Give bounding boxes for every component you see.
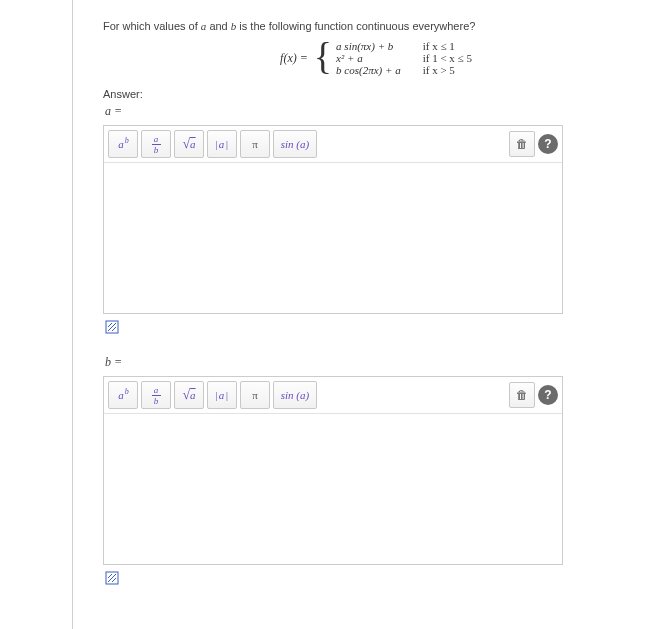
fraction-button[interactable]: a b [141,130,171,158]
abs-button[interactable]: |a| [207,381,237,409]
question-prefix: For which values of [103,20,201,32]
case-cond-2: if x > 5 [423,64,455,76]
sqrt-button[interactable]: √a [174,381,204,409]
sin-button[interactable]: sin (a) [273,381,317,409]
toolbar-b: ab a b √a |a| π sin (a) [104,377,562,414]
question-mid: and [206,20,230,32]
equation: f(x) = { a sin(πx) + b if x ≤ 1 x² + a i… [103,40,659,76]
power-button[interactable]: ab [108,130,138,158]
input-a[interactable] [104,163,562,313]
question-suffix: is the following function continuous eve… [236,20,475,32]
sin-button[interactable]: sin (a) [273,130,317,158]
case-expr-0: a sin(πx) + b [336,40,393,52]
editor-b: ab a b √a |a| π sin (a) [103,376,563,565]
sqrt-button[interactable]: √a [174,130,204,158]
help-icon: ? [544,388,551,402]
case-cond-0: if x ≤ 1 [423,40,455,52]
resize-handle-icon[interactable] [105,571,119,585]
editor-a: ab a b √a |a| π sin (a) [103,125,563,314]
power-button[interactable]: ab [108,381,138,409]
toolbar-a: ab a b √a |a| π sin (a) [104,126,562,163]
trash-button[interactable]: 🗑 [509,131,535,157]
help-button[interactable]: ? [538,385,558,405]
trash-icon: 🗑 [516,388,528,402]
question-text: For which values of a and b is the follo… [103,20,659,32]
case-expr-1: x² + a [336,52,363,64]
part-b-label: b = [105,355,659,370]
part-a-label: a = [105,104,659,119]
help-button[interactable]: ? [538,134,558,154]
equation-cases: a sin(πx) + b if x ≤ 1 x² + a if 1 < x ≤… [336,40,482,76]
abs-button[interactable]: |a| [207,130,237,158]
pi-button[interactable]: π [240,381,270,409]
case-cond-1: if 1 < x ≤ 5 [423,52,472,64]
trash-icon: 🗑 [516,137,528,151]
help-icon: ? [544,137,551,151]
fraction-button[interactable]: a b [141,381,171,409]
question-panel: For which values of a and b is the follo… [72,0,659,629]
case-expr-2: b cos(2πx) + a [336,64,401,76]
equation-lhs: f(x) = [280,51,308,66]
answer-label: Answer: [103,88,659,100]
trash-button[interactable]: 🗑 [509,382,535,408]
brace-icon: { [314,40,332,72]
pi-button[interactable]: π [240,130,270,158]
input-b[interactable] [104,414,562,564]
resize-handle-icon[interactable] [105,320,119,334]
